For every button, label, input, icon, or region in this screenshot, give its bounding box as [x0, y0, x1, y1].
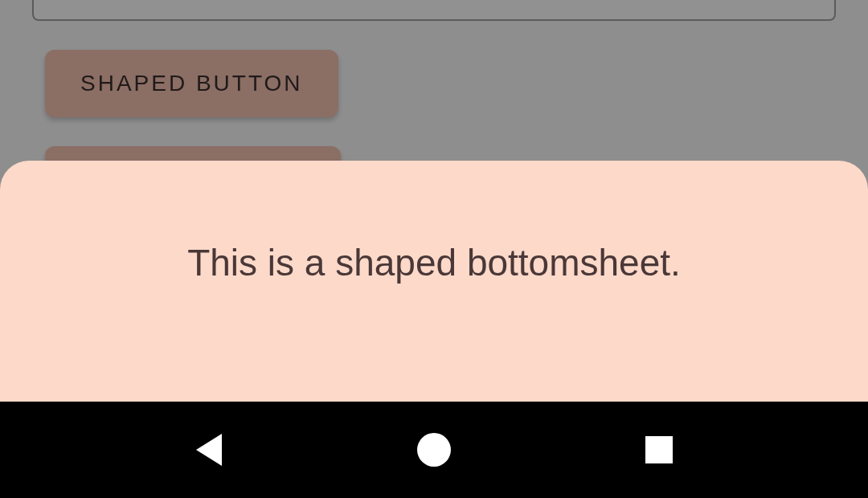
nav-home-button[interactable] — [410, 426, 458, 474]
triangle-back-icon — [196, 434, 222, 466]
square-recent-icon — [645, 436, 673, 463]
bottomsheet[interactable]: This is a shaped bottomsheet. — [0, 161, 868, 402]
bottomsheet-message: This is a shaped bottomsheet. — [187, 241, 681, 284]
nav-back-button[interactable] — [185, 426, 233, 474]
circle-home-icon — [417, 433, 451, 467]
nav-recent-button[interactable] — [635, 426, 683, 474]
android-navbar — [0, 402, 868, 498]
